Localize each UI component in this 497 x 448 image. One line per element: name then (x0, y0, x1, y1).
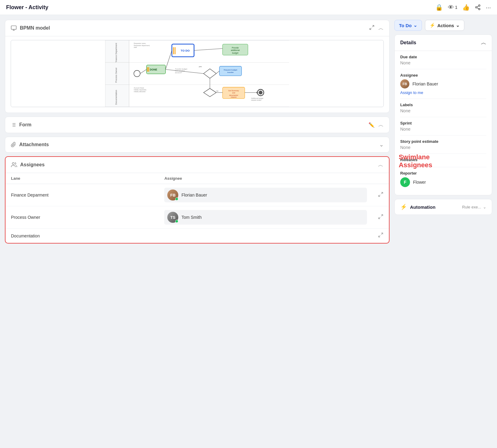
sprint-value: None (400, 127, 486, 132)
thumb-icon[interactable]: 👍 (462, 4, 470, 11)
details-body: Due date None Assignee FB Florian Bauer … (395, 51, 492, 195)
row-expand-icon[interactable] (378, 192, 383, 198)
actions-button[interactable]: ⚡ Actions ⌄ (425, 20, 464, 31)
svg-line-78 (381, 215, 383, 216)
bpmn-area: Finance Department Process Owner Documen… (5, 36, 389, 113)
svg-point-54 (259, 91, 262, 94)
assignees-card-header[interactable]: Assignees ︿ (5, 157, 389, 173)
assignee-cell-td (159, 229, 372, 243)
details-collapse-icon[interactable]: ︿ (481, 39, 486, 46)
right-sidebar: To Do ⌄ ⚡ Actions ⌄ Details ︿ Due date N… (394, 20, 492, 443)
bpmn-collapse-icon[interactable]: ︿ (378, 24, 384, 32)
assignee-avatar: FB (400, 79, 409, 89)
online-dot (175, 220, 178, 223)
assignees-table: Lane Assignee Finance Deparment (5, 173, 389, 243)
labels-row: Labels None (400, 99, 486, 117)
svg-line-8 (372, 25, 374, 27)
sprint-row: Sprint None (400, 117, 486, 135)
svg-point-0 (479, 5, 480, 6)
todo-label: To Do (399, 23, 412, 28)
svg-text:no: no (216, 90, 218, 92)
lane-cell: Process Owner (5, 206, 159, 229)
svg-line-3 (477, 8, 479, 9)
assign-me-link[interactable]: Assign to me (400, 90, 486, 95)
reporter-row: Reporter F Flower (400, 167, 486, 191)
bolt-icon: ⚡ (430, 23, 435, 28)
attachments-card-header[interactable]: Attachments ⌄ (5, 137, 389, 152)
svg-text:Transfer budget: Transfer budget (175, 68, 187, 70)
form-collapse-icon[interactable]: ︿ (378, 121, 384, 128)
reporter-detail-row: F Flower (400, 177, 486, 187)
svg-text:Requester name,: Requester name, (134, 42, 146, 44)
lock-icon[interactable]: 🔒 (435, 4, 443, 11)
story-point-value: None (400, 145, 486, 150)
automation-card: ⚡ Automation Rule exe... ⌄ (394, 199, 492, 215)
reporter-avatar: F (400, 177, 410, 187)
svg-text:request: request (231, 96, 237, 98)
assignee-cell: FB Florian Bauer (164, 188, 367, 202)
attachments-collapse-icon[interactable]: ⌄ (379, 141, 384, 148)
due-date-value: None (400, 60, 486, 65)
svg-text:Documentation: Documentation (115, 90, 118, 105)
svg-line-9 (370, 28, 371, 29)
sidebar-actions: To Do ⌄ ⚡ Actions ⌄ (394, 20, 492, 31)
bpmn-header-left: BPMN model (11, 25, 50, 31)
svg-text:date: date (134, 46, 137, 48)
svg-text:Finance Department: Finance Department (115, 43, 118, 63)
monitor-icon (11, 25, 17, 31)
svg-text:transfer: transfer (227, 71, 234, 73)
svg-text:DONE: DONE (150, 68, 157, 71)
svg-text:Additional budget: Additional budget (251, 97, 263, 99)
todo-button[interactable]: To Do ⌄ (394, 20, 422, 31)
svg-line-81 (379, 236, 380, 237)
share-icon[interactable] (475, 4, 481, 10)
due-date-row: Due date None (400, 51, 486, 69)
svg-text:Initially requested,: Initially requested, (134, 89, 147, 91)
svg-text:yes: yes (199, 65, 202, 67)
svg-text:Request budget: Request budget (224, 69, 237, 71)
attachments-title: Attachments (19, 142, 49, 147)
row-expand-icon[interactable] (378, 215, 383, 221)
reporter-label: Reporter (400, 171, 486, 175)
svg-point-75 (12, 163, 14, 165)
assignee-name: Tom Smith (181, 215, 201, 220)
svg-text:Provide: Provide (232, 47, 239, 49)
bpmn-card-header[interactable]: BPMN model ︿ (5, 20, 389, 36)
row-expand-icon[interactable] (378, 233, 383, 239)
online-dot (175, 197, 178, 201)
bpmn-svg: Finance Department Process Owner Documen… (11, 40, 383, 107)
automation-right: Rule exe... ⌄ (462, 205, 486, 209)
form-edit-icon[interactable]: ✏️ (368, 122, 375, 128)
annotation-wrapper: Assignees ︿ Lane Assignee (5, 156, 390, 244)
expand-cell (372, 184, 389, 206)
paperclip-icon (11, 142, 16, 147)
attachments-header-left: Attachments (11, 142, 49, 147)
eye-icon[interactable]: 👁 1 (448, 4, 458, 11)
lane-cell: Documentation (5, 229, 159, 243)
more-icon[interactable]: ··· (486, 4, 491, 11)
avatar: FB (167, 190, 178, 201)
details-title: Details (400, 40, 416, 45)
svg-point-1 (476, 7, 477, 8)
automation-chevron-icon[interactable]: ⌄ (483, 205, 486, 209)
form-card: Form ✏️ ︿ (5, 117, 390, 133)
svg-rect-5 (11, 26, 16, 30)
story-point-row: Story point estimate None (400, 135, 486, 154)
assignees-collapse-icon[interactable]: ︿ (378, 161, 383, 168)
page-title: Flower - Activity (6, 4, 48, 11)
actions-chevron-icon: ⌄ (456, 23, 460, 28)
releases-label: Releases (400, 157, 486, 162)
table-row: Documentation (5, 229, 389, 243)
top-bar: Flower - Activity 🔒 👁 1 👍 ··· (0, 0, 497, 15)
form-card-header[interactable]: Form ✏️ ︿ (5, 117, 389, 133)
bpmn-expand-icon[interactable] (369, 25, 375, 32)
automation-left: ⚡ Automation (400, 204, 435, 210)
bpmn-title: BPMN model (20, 25, 50, 31)
svg-text:Get Summary: Get Summary (228, 90, 239, 92)
svg-text:budget: budget (232, 52, 238, 54)
form-header-left: Form (11, 122, 31, 128)
labels-value: None (400, 108, 486, 113)
form-title: Form (19, 122, 31, 128)
assignee-cell-td: TS Tom Smith (159, 206, 372, 229)
labels-label: Labels (400, 103, 486, 107)
